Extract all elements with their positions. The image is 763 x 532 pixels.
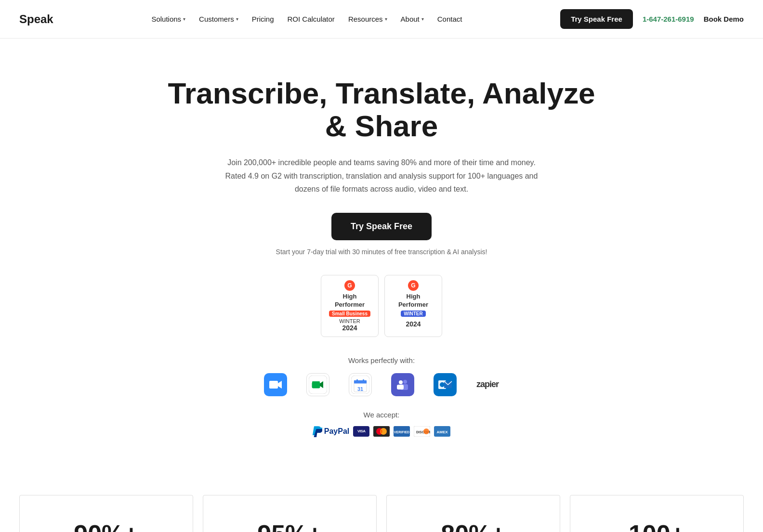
brand-logo[interactable]: Speak	[19, 13, 53, 26]
nav-solutions[interactable]: Solutions ▾	[151, 15, 185, 23]
g2-badge-winter: G High Performer WINTER 2024	[384, 275, 442, 337]
stat-accuracy: 95%+ Transcription Accuracy	[203, 495, 377, 532]
nav-links: Solutions ▾ Customers ▾ Pricing ROI Calc…	[151, 15, 462, 23]
svg-text:31: 31	[357, 386, 363, 392]
works-with-label: Works perfectly with:	[19, 356, 744, 364]
stat-number-time: 80%+	[401, 519, 545, 532]
hero-cta-button[interactable]: Try Speak Free	[331, 213, 432, 240]
g2-logo-2: G	[408, 280, 419, 291]
nav-cta-group: Try Speak Free 1-647-261-6919 Book Demo	[560, 9, 744, 29]
payment-section: We accept: PayPal VISA	[19, 411, 744, 437]
svg-point-14	[399, 380, 403, 384]
hero-trial-text: Start your 7-day trial with 30 minutes o…	[19, 248, 744, 256]
nav-about[interactable]: About ▾	[401, 15, 424, 23]
nav-phone[interactable]: 1-647-261-6919	[643, 15, 694, 23]
outlook-icon	[434, 373, 457, 396]
integrations-section: Works perfectly with:	[19, 356, 744, 396]
svg-rect-6	[354, 380, 367, 384]
g2-badges: G High Performer Small Business WINTER 2…	[19, 275, 744, 337]
amex-card: AMEX	[434, 426, 450, 437]
hero-section: Transcribe, Translate, Analyze & Share J…	[0, 39, 763, 495]
svg-rect-10	[363, 379, 364, 382]
integration-icons-row: 31	[19, 373, 744, 396]
svg-rect-9	[356, 379, 358, 382]
nav-resources[interactable]: Resources ▾	[348, 15, 387, 23]
svg-point-12	[403, 380, 407, 384]
nav-contact[interactable]: Contact	[437, 15, 462, 23]
stat-number-languages: 100+	[585, 519, 729, 532]
zoom-icon	[264, 373, 287, 396]
svg-point-28	[423, 428, 429, 434]
hero-heading: Transcribe, Translate, Analyze & Share	[165, 77, 598, 143]
payment-methods-row: PayPal VISA VERIFIED	[19, 426, 744, 437]
chevron-down-icon: ▾	[183, 16, 185, 22]
nav-roi-calculator[interactable]: ROI Calculator	[288, 15, 335, 23]
stat-languages: 100+ Supported Languages	[570, 495, 744, 532]
stat-affordable: 90%+ More Affordable	[19, 495, 193, 532]
svg-point-19	[440, 382, 445, 387]
svg-rect-15	[397, 385, 404, 389]
chevron-down-icon: ▾	[236, 16, 238, 22]
hero-subtext: Join 200,000+ incredible people and team…	[218, 156, 545, 195]
svg-rect-3	[312, 382, 320, 388]
we-accept-label: We accept:	[19, 411, 744, 419]
google-calendar-icon: 31	[349, 373, 372, 396]
stats-section: 90%+ More Affordable 95%+ Transcription …	[0, 495, 763, 532]
nav-pricing[interactable]: Pricing	[252, 15, 274, 23]
zapier-icon: zapier	[476, 373, 499, 396]
verified-card: VERIFIED	[394, 426, 410, 437]
navbar: Speak Solutions ▾ Customers ▾ Pricing RO…	[0, 0, 763, 39]
chevron-down-icon: ▾	[385, 16, 387, 22]
g2-badge-small-business: G High Performer Small Business WINTER 2…	[321, 275, 379, 337]
stat-number-affordable: 90%+	[34, 519, 178, 532]
nav-book-demo-button[interactable]: Book Demo	[704, 15, 744, 23]
paypal-logo: PayPal	[313, 426, 349, 437]
nav-customers[interactable]: Customers ▾	[199, 15, 238, 23]
svg-text:AMEX: AMEX	[437, 430, 448, 434]
stat-time-savings: 80%+ Time Savings	[386, 495, 560, 532]
discover-card: DISCOVER	[414, 426, 430, 437]
stat-number-accuracy: 95%+	[218, 519, 362, 532]
g2-logo: G	[344, 280, 355, 291]
chevron-down-icon: ▾	[421, 16, 424, 22]
microsoft-teams-icon	[391, 373, 414, 396]
mastercard-card	[373, 426, 390, 437]
svg-text:VERIFIED: VERIFIED	[394, 430, 409, 434]
nav-try-free-button[interactable]: Try Speak Free	[560, 9, 633, 29]
google-meet-icon	[306, 373, 329, 396]
visa-card: VISA	[353, 426, 369, 437]
